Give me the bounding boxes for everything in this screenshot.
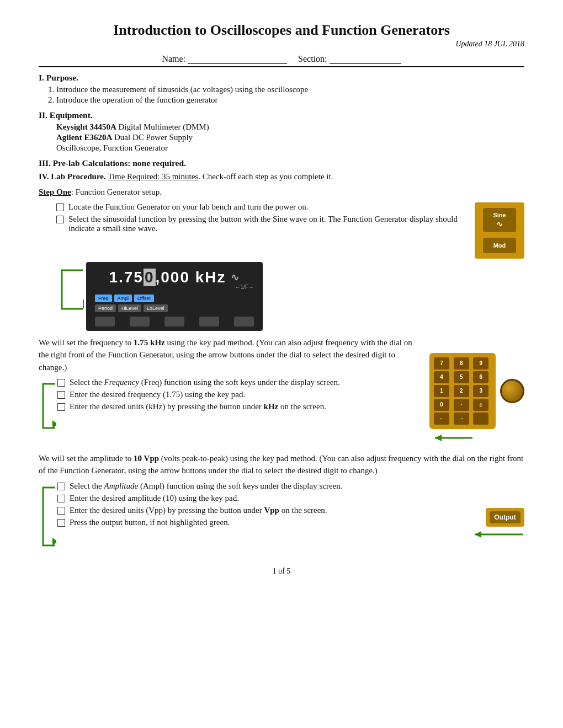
purpose-item-1: Introduce the measurement of sinusoids (… <box>56 85 524 94</box>
fg-freq-rest: ,000 kHz <box>156 269 226 286</box>
para2-bold: 10 Vpp <box>134 454 159 463</box>
eq-keysight-rest: Digital Multimeter (DMM) <box>116 122 209 131</box>
fg-softkey-1[interactable] <box>95 317 115 326</box>
fg-buttons-row: Freq Ampl Offset <box>95 295 254 302</box>
kp-6[interactable]: 6 <box>473 371 488 383</box>
fg-btn-period[interactable]: Period <box>95 304 116 312</box>
lab-heading: IV. Lab Procedure. <box>39 172 106 181</box>
fg-softkey-3[interactable] <box>164 317 184 326</box>
fg-softkey-5[interactable] <box>234 317 254 326</box>
freq-checklist-text-2: Enter the desired frequency (1.75) using… <box>70 390 424 399</box>
svg-marker-6 <box>475 531 481 538</box>
fg-display: 1.75 0 ,000 kHz ∿ ←1/F→ Freq Ampl Offset… <box>86 262 263 331</box>
eq-item-1: Keysight 34450A Digital Multimeter (DMM) <box>56 122 524 132</box>
section-input-line[interactable] <box>330 54 401 64</box>
eq-item-2: Agilent E3620A Dual DC Power Supply <box>56 133 524 142</box>
kp-5[interactable]: 5 <box>454 371 469 383</box>
mod-label: Mod <box>493 242 506 249</box>
ampl-checklist-item-3: Enter the desired units (Vpp) by pressin… <box>57 506 464 515</box>
fg-btn-ampl[interactable]: Ampl <box>114 295 132 302</box>
ampl-bracket-svg <box>39 485 56 548</box>
fg-freq-number: 1.75 <box>109 269 144 286</box>
dial-knob[interactable] <box>500 379 524 403</box>
kp-2[interactable]: 2 <box>454 385 469 397</box>
svg-marker-4 <box>52 538 56 545</box>
fg-btn-freq[interactable]: Freq <box>95 295 112 302</box>
checklist-text-1: Locate the Function Generator on your la… <box>68 202 463 212</box>
ampl-checkbox-3[interactable] <box>57 507 65 515</box>
ampl-checklist-text-2: Enter the desired amplitude (10) using t… <box>70 494 524 503</box>
freq-checklist-item-2: Enter the desired frequency (1.75) using… <box>57 390 424 399</box>
output-panel-wrapper: Output <box>469 508 524 543</box>
fg-sine-icon: ∿ <box>231 271 240 283</box>
ampl-checklist-item-2: Enter the desired amplitude (10) using t… <box>57 494 524 503</box>
eq-agilent-rest: Dual DC Power Supply <box>112 133 193 142</box>
khz-bold: kHz <box>264 402 279 411</box>
kp-8[interactable]: 8 <box>454 357 469 370</box>
kp-right[interactable]: → <box>454 413 469 425</box>
checkbox-1[interactable] <box>56 204 64 211</box>
sine-panel: Sine ∿ Mod <box>475 202 524 259</box>
ampl-checklist-block: Select the Amplitude (Ampl) function usi… <box>57 481 524 543</box>
mod-button[interactable]: Mod <box>483 238 516 253</box>
kp-plusminus[interactable]: ± <box>473 399 488 411</box>
step-one-label: Step One <box>39 188 71 196</box>
fg-softkey-2[interactable] <box>130 317 150 326</box>
ampl-checkbox-1[interactable] <box>57 483 65 490</box>
kp-9[interactable]: 9 <box>473 357 488 370</box>
ampl-checkbox-4[interactable] <box>57 519 65 527</box>
lab-procedure-line: IV. Lab Procedure. Time Required: 35 min… <box>39 170 524 183</box>
freq-checkbox-2[interactable] <box>57 391 65 399</box>
para2-text: We will set the amplitude to 10 Vpp (vol… <box>39 452 524 477</box>
keypad-panel: 7 8 9 4 5 6 1 2 3 0 · ± ← → <box>429 353 496 429</box>
sine-label: Sine <box>493 212 506 218</box>
freq-checkbox-1[interactable] <box>57 379 65 387</box>
kp-dot[interactable]: · <box>454 399 469 411</box>
svg-marker-1 <box>52 420 56 428</box>
freq-checklist-item-3: Enter the desired units (kHz) by pressin… <box>57 402 424 411</box>
output-panel: Output <box>486 508 524 527</box>
para1-prefix: We will set the frequency to <box>39 338 134 347</box>
kp-4[interactable]: 4 <box>434 371 449 383</box>
amplitude-italic: Amplitude <box>104 481 138 490</box>
time-required: Time Required: 35 minutes <box>108 172 198 181</box>
ampl-checkbox-2[interactable] <box>57 495 65 502</box>
fg-softkeys <box>95 317 254 326</box>
section-label: Section: <box>298 54 327 64</box>
fg-btn-row2: Period HiLevel LoLevel <box>95 304 254 312</box>
keypad-arrow-svg <box>429 431 474 445</box>
kp-left[interactable]: ← <box>434 413 449 425</box>
fg-btn-hilevel[interactable]: HiLevel <box>118 304 141 312</box>
eq-item-3: Oscilloscope, Function Generator <box>56 143 524 153</box>
para2-prefix: We will set the amplitude to <box>39 454 134 463</box>
checklist-item-2: Select the sinusoidal function by pressi… <box>56 215 463 233</box>
fg-btn-lolevel[interactable]: LoLevel <box>144 304 168 312</box>
output-button[interactable]: Output <box>490 511 520 523</box>
freq-checklist-text-3: Enter the desired units (kHz) by pressin… <box>70 402 424 411</box>
checkbox-2[interactable] <box>56 216 64 223</box>
eq-keysight: Keysight 34450A <box>56 122 116 131</box>
name-section-row: Name: Section: <box>39 54 524 64</box>
freq-checkbox-3[interactable] <box>57 403 65 411</box>
freq-checklist-block: Select the Frequency (Freq) function usi… <box>57 378 424 414</box>
kp-1[interactable]: 1 <box>434 385 449 397</box>
fg-softkey-4[interactable] <box>199 317 219 326</box>
purpose-item-2: Introduce the operation of the function … <box>56 95 524 105</box>
ampl-checklist-item-1: Select the Amplitude (Ampl) function usi… <box>57 481 524 491</box>
fg-btn-offset[interactable]: Offset <box>134 295 154 302</box>
kp-0[interactable]: 0 <box>434 399 449 411</box>
name-input-line[interactable] <box>188 54 287 64</box>
purpose-heading: I. Purpose. <box>39 73 524 83</box>
output-arrow-svg <box>469 528 524 541</box>
svg-marker-3 <box>435 435 442 441</box>
kp-7[interactable]: 7 <box>434 357 449 370</box>
ampl-checklist-item-4: Press the output button, if not highligh… <box>57 518 464 527</box>
kp-3[interactable]: 3 <box>473 385 488 397</box>
green-bracket-svg <box>56 267 84 312</box>
para1-block: We will set the frequency to 1.75 kHz us… <box>39 336 424 433</box>
sine-wave-icon: ∿ <box>496 220 503 228</box>
keypad-grid: 7 8 9 4 5 6 1 2 3 0 · ± ← → <box>434 357 491 425</box>
freq-checklist-item-1: Select the Frequency (Freq) function usi… <box>57 378 424 387</box>
updated-text: Updated 18 JUL 2018 <box>39 40 524 49</box>
sine-button[interactable]: Sine ∿ <box>483 208 516 232</box>
